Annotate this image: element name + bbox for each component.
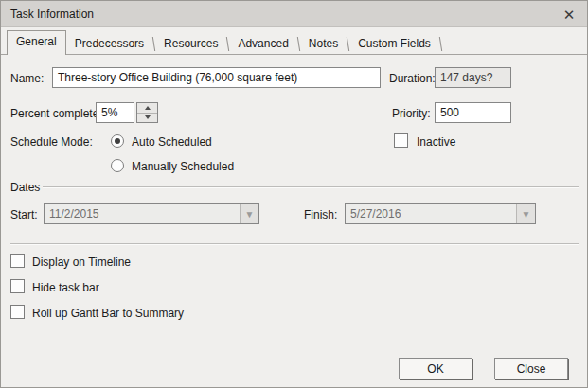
radio-manually-scheduled-label[interactable]: Manually Scheduled [132,160,234,173]
finish-date-value: 5/27/2016 [346,204,516,223]
radio-manually-scheduled[interactable] [111,159,124,172]
roll-up-gantt-bar-checkbox[interactable] [10,305,25,319]
percent-complete-input[interactable]: 5% [96,102,134,123]
finish-date-combo[interactable]: 5/27/2016 ▼ [345,203,536,224]
start-date-value: 11/2/2015 [45,204,240,223]
tab-advanced[interactable]: Advanced [229,32,296,55]
display-on-timeline-checkbox[interactable] [10,254,25,268]
dates-group-line [43,186,579,188]
start-chevron-down-icon[interactable]: ▼ [240,204,258,223]
tab-strip: General Predecessors Resources Advanced … [1,31,587,55]
name-label: Name: [10,72,44,85]
tab-notes[interactable]: Notes [300,32,347,55]
duration-field: 147 days? [435,67,511,88]
tab-custom-fields-label: Custom Fields [358,37,431,50]
radio-auto-scheduled-label[interactable]: Auto Scheduled [132,135,212,149]
titlebar: Task Information ✕ [1,1,587,27]
close-button[interactable]: Close [494,358,568,379]
close-icon[interactable]: ✕ [559,5,579,24]
tab-resources[interactable]: Resources [155,32,226,55]
radio-auto-scheduled[interactable] [111,134,124,148]
start-label: Start: [10,208,38,221]
dates-group-label: Dates [10,181,40,194]
hide-task-bar-label[interactable]: Hide task bar [32,281,99,294]
tab-general-label: General [16,35,57,48]
tab-custom-fields[interactable]: Custom Fields [349,32,439,55]
tab-resources-label: Resources [164,37,218,50]
inactive-checkbox-label[interactable]: Inactive [417,135,455,149]
display-on-timeline-label[interactable]: Display on Timeline [32,256,131,269]
tab-predecessors-label: Predecessors [75,37,144,50]
roll-up-gantt-bar-label[interactable]: Roll up Gantt Bar to Summary [32,307,184,320]
ok-button[interactable]: OK [399,358,472,379]
start-date-combo[interactable]: 11/2/2015 ▼ [44,203,259,224]
spinner-up-icon[interactable] [137,103,157,114]
task-information-dialog: Task Information ✕ General Predecessors … [0,0,588,388]
section-divider [10,243,579,245]
inactive-checkbox[interactable] [394,133,408,148]
dialog-title: Task Information [10,8,94,21]
percent-complete-stepper[interactable] [136,102,158,123]
tab-general[interactable]: General [7,30,66,55]
priority-input[interactable]: 500 [435,102,511,123]
tab-separator [439,37,442,51]
percent-complete-label: Percent complete: [10,107,102,120]
tab-advanced-label: Advanced [238,37,288,50]
hide-task-bar-checkbox[interactable] [10,279,25,293]
schedule-mode-label: Schedule Mode: [10,135,93,149]
spinner-down-icon[interactable] [137,114,157,123]
priority-label: Priority: [392,107,431,120]
name-input[interactable]: Three-story Office Building (76,000 squa… [52,67,381,88]
finish-label: Finish: [304,208,337,221]
tab-predecessors[interactable]: Predecessors [66,32,152,55]
finish-chevron-down-icon[interactable]: ▼ [516,204,535,223]
duration-label: Duration: [389,72,436,85]
tab-notes-label: Notes [309,37,338,50]
